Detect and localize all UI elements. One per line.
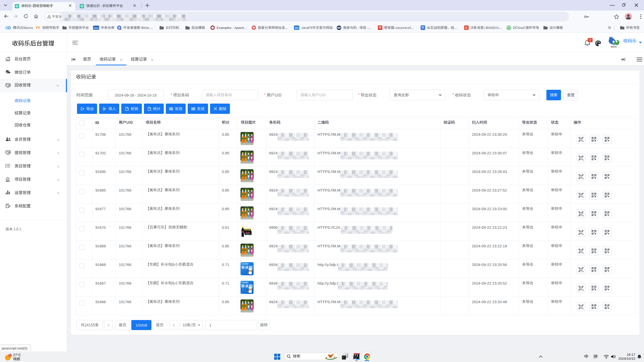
svg-text:MVN: MVN	[94, 27, 98, 29]
svg-text:JFX: JFX	[295, 27, 299, 29]
svg-text:C: C	[465, 26, 468, 30]
svg-text:1: 1	[9, 354, 11, 357]
